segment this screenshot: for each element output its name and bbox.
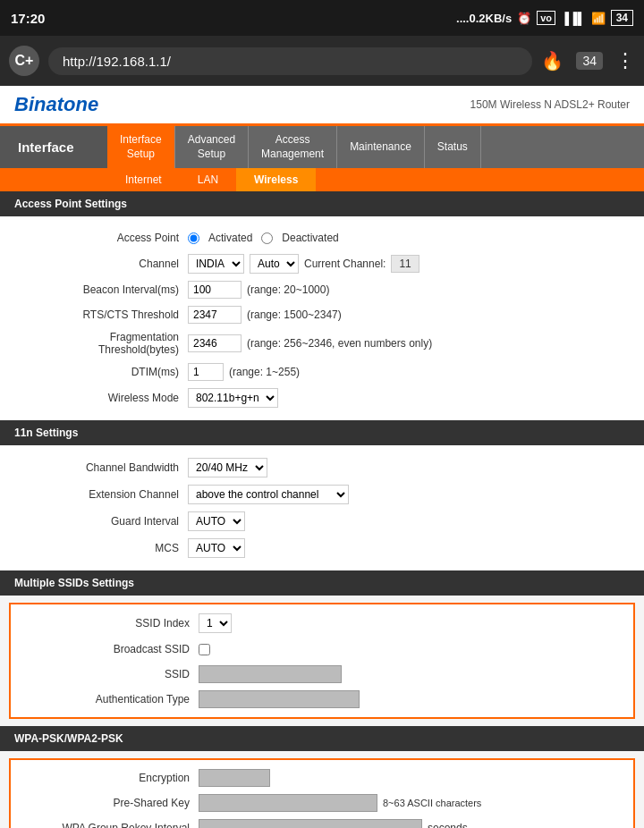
rts-threshold-input[interactable] [188, 306, 242, 324]
tab-counter[interactable]: 34 [576, 52, 603, 70]
ssid-index-select[interactable]: 1 [199, 613, 232, 633]
time-display: 17:20 [11, 11, 45, 26]
channel-bandwidth-row: Channel Bandwidth 20/40 MHz [0, 454, 644, 481]
ssid-value [199, 665, 624, 683]
battery-icon: 34 [611, 10, 633, 26]
wireless-mode-select[interactable]: 802.11b+g+n [188, 388, 278, 408]
mcs-select[interactable]: AUTO [188, 538, 245, 558]
encryption-blurred [199, 769, 270, 787]
beacon-interval-row: Beacon Interval(ms) (range: 20~1000) [0, 277, 644, 302]
guard-interval-label: Guard Interval [9, 515, 188, 528]
flame-icon[interactable]: 🔥 [541, 50, 564, 72]
guard-interval-value: AUTO [188, 511, 635, 531]
ssid-input-blurred [199, 665, 342, 683]
preshared-key-value: 8~63 ASCII characters [199, 794, 624, 812]
preshared-key-hint: 8~63 ASCII characters [383, 798, 481, 808]
ap-deactivated-radio[interactable] [261, 232, 273, 244]
dtim-row: DTIM(ms) (range: 1~255) [0, 359, 644, 384]
browser-bar: C+ http://192.168.1.1/ 🔥 34 ⋮ [0, 36, 644, 86]
wpa-psk-table: Encryption Pre-Shared Key 8~63 ASCII cha… [11, 760, 633, 828]
encryption-row: Encryption [11, 765, 633, 790]
extension-channel-value: above the control channel [188, 485, 635, 504]
tab-maintenance[interactable]: Maintenance [337, 126, 425, 168]
beacon-interval-value: (range: 20~1000) [188, 281, 635, 299]
access-point-radio-group: Activated Deactivated [188, 232, 339, 244]
encryption-label: Encryption [20, 772, 199, 784]
ssid-index-value: 1 [199, 613, 624, 633]
rts-threshold-label: RTS/CTS Threshold [9, 308, 188, 321]
frag-threshold-input[interactable] [188, 334, 242, 352]
ssid-label: SSID [20, 668, 199, 680]
wireless-mode-label: Wireless Mode [9, 392, 188, 404]
mcs-row: MCS AUTO [0, 535, 644, 562]
extension-channel-select[interactable]: above the control channel [188, 485, 349, 504]
ssid-index-row: SSID Index 1 [11, 610, 633, 637]
channel-country-select[interactable]: INDIA [188, 254, 244, 274]
subtab-internet[interactable]: Internet [107, 168, 180, 191]
auth-type-row: Authentication Type [11, 687, 633, 712]
frag-threshold-label: FragmentationThreshold(bytes) [9, 331, 188, 356]
channel-bandwidth-label: Channel Bandwidth [9, 461, 188, 474]
ssids-table: SSID Index 1 Broadcast SSID SSID Auth [11, 604, 633, 717]
dtim-hint: (range: 1~255) [229, 366, 300, 378]
ap-activated-radio[interactable] [188, 232, 199, 244]
browser-back-button[interactable]: C+ [9, 46, 39, 76]
multiple-ssids-settings: SSID Index 1 Broadcast SSID SSID Auth [9, 603, 635, 719]
rekey-interval-label: WPA Group Rekey Interval [20, 822, 199, 828]
nav-tabs-container: InterfaceSetup AdvancedSetup AccessManag… [107, 126, 644, 168]
channel-bandwidth-value: 20/40 MHz [188, 458, 635, 477]
preshared-key-label: Pre-Shared Key [20, 797, 199, 809]
subtab-lan[interactable]: LAN [180, 168, 236, 191]
n11-section-header: 11n Settings [0, 420, 644, 445]
channel-auto-select[interactable]: Auto [250, 254, 299, 274]
ssid-index-label: SSID Index [20, 617, 199, 629]
frag-threshold-value: (range: 256~2346, even numbers only) [188, 334, 635, 352]
extension-channel-label: Extension Channel [9, 488, 188, 501]
guard-interval-select[interactable]: AUTO [188, 511, 245, 531]
browser-actions: 🔥 34 ⋮ [541, 49, 635, 72]
rts-threshold-hint: (range: 1500~2347) [247, 308, 342, 321]
rekey-interval-row: WPA Group Rekey Interval seconds [11, 815, 633, 828]
frag-threshold-hint: (range: 256~2346, even numbers only) [247, 337, 432, 350]
wifi-icon: 📶 [591, 12, 606, 25]
tab-advanced-setup[interactable]: AdvancedSetup [175, 126, 249, 168]
current-channel-label: Current Channel: [304, 258, 386, 270]
auth-type-label: Authentication Type [20, 693, 199, 705]
channel-label: Channel [9, 258, 188, 270]
tab-status[interactable]: Status [425, 126, 481, 168]
preshared-key-blurred [199, 794, 377, 812]
more-menu-icon[interactable]: ⋮ [615, 49, 635, 72]
ap-activated-label: Activated [208, 232, 252, 244]
sub-tabs-container: Internet LAN Wireless [0, 168, 644, 191]
broadcast-ssid-checkbox[interactable] [199, 644, 210, 655]
main-content: Access Point Settings Access Point Activ… [0, 191, 644, 828]
wireless-mode-value: 802.11b+g+n [188, 388, 635, 408]
encryption-value [199, 769, 624, 787]
broadcast-ssid-row: Broadcast SSID [11, 637, 633, 662]
tab-access-management[interactable]: AccessManagement [249, 126, 337, 168]
binatone-logo: Binatone [14, 93, 98, 116]
alarm-icon: ⏰ [517, 12, 531, 25]
rts-threshold-row: RTS/CTS Threshold (range: 1500~2347) [0, 302, 644, 327]
dtim-input[interactable] [188, 363, 224, 381]
broadcast-ssid-label: Broadcast SSID [20, 643, 199, 655]
router-header: Binatone 150M Wireless N ADSL2+ Router [0, 86, 644, 126]
subtab-wireless[interactable]: Wireless [236, 168, 316, 191]
rekey-interval-blurred [199, 819, 422, 828]
current-channel-value: 11 [391, 255, 419, 273]
access-point-section-header: Access Point Settings [0, 191, 644, 216]
status-icons: ....0.2KB/s ⏰ vo ▐▐▌ 📶 34 [456, 10, 633, 26]
tab-interface-setup[interactable]: InterfaceSetup [107, 126, 175, 168]
access-point-row: Access Point Activated Deactivated [0, 225, 644, 250]
auth-type-value [199, 690, 624, 708]
channel-bandwidth-select[interactable]: 20/40 MHz [188, 458, 267, 477]
access-point-settings: Access Point Activated Deactivated Chann… [0, 216, 644, 420]
multiple-ssids-section-header: Multiple SSIDs Settings [0, 570, 644, 596]
router-model-label: 150M Wireless N ADSL2+ Router [470, 98, 630, 111]
beacon-interval-input[interactable] [188, 281, 242, 299]
signal-icon: ▐▐▌ [561, 12, 586, 25]
access-point-value: Activated Deactivated [188, 232, 635, 244]
url-input[interactable]: http://192.168.1.1/ [48, 47, 532, 75]
n11-settings: Channel Bandwidth 20/40 MHz Extension Ch… [0, 445, 644, 570]
wireless-mode-row: Wireless Mode 802.11b+g+n [0, 384, 644, 411]
